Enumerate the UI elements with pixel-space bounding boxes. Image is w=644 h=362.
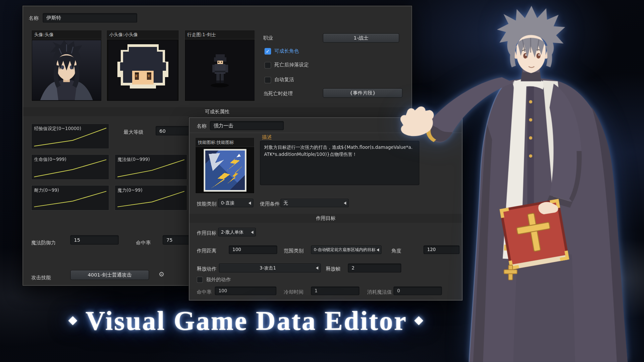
dropdown-arrow-icon: [344, 201, 346, 205]
release-frame-label: 释放帧: [326, 266, 340, 272]
skill-name-label: 名称: [197, 123, 207, 129]
skill-icon-art: [204, 149, 246, 191]
extra-action-checkbox-row[interactable]: 额外的动作: [197, 276, 231, 283]
hit-rate-label: 命中率: [136, 240, 151, 246]
use-condition-value: 无: [283, 200, 288, 206]
banner-diamond-right: ◆: [415, 314, 424, 326]
extra-action-checkbox[interactable]: [197, 277, 203, 283]
extra-action-checkbox-label: 额外的动作: [206, 276, 231, 283]
release-action-dropdown[interactable]: 3-攻击1: [219, 263, 321, 273]
use-condition-label: 使用条件: [260, 201, 280, 207]
stamina-curve-label: 耐力(0~99): [34, 187, 59, 193]
max-level-label: 最大等级: [124, 129, 144, 135]
hp-curve-box[interactable]: 生命值(0~999): [31, 154, 109, 180]
area-type-label: 范围类别: [284, 248, 304, 254]
target-dropdown[interactable]: 2-敌人单体: [218, 228, 256, 237]
skill-hit-rate-input[interactable]: 100: [215, 287, 276, 295]
dropdown-arrow-icon: [251, 231, 253, 234]
attack-skill-gear-icon[interactable]: ⚙: [159, 271, 165, 278]
skill-icon-panel[interactable]: 技能图标:技能图标: [195, 137, 255, 194]
death-drop-checkbox-row[interactable]: 死亡后掉落设定: [265, 62, 309, 69]
growth-section-header: 可成长属性: [23, 107, 412, 116]
chibi-pixel-art: [108, 40, 177, 101]
skill-category-dropdown[interactable]: 0-直接: [218, 199, 253, 207]
banner-diamond-left: ◆: [69, 314, 78, 326]
check-icon: ✓: [266, 48, 270, 54]
growable-checkbox-label: 可成长角色: [274, 48, 299, 55]
class-label: 职业: [263, 35, 273, 41]
face-portrait-panel[interactable]: 头像:头像: [31, 30, 102, 101]
dropdown-arrow-icon: [316, 266, 318, 270]
death-drop-checkbox-label: 死亡后掉落设定: [274, 62, 309, 69]
mp-curve-label: 魔法值(0~999): [117, 157, 150, 163]
walk-sprite-label: 行走图:1-剑士: [185, 31, 255, 40]
skill-icon-image: [196, 147, 254, 193]
distance-input[interactable]: 100: [229, 245, 277, 254]
target-label: 作用目标: [197, 230, 217, 236]
exp-curve-box[interactable]: 经验值设定(0~10000): [31, 124, 109, 149]
hp-curve-label: 生命值(0~999): [34, 157, 66, 163]
magic-curve-label: 魔力(0~99): [117, 187, 142, 193]
skill-category-label: 技能类别: [197, 201, 217, 207]
attack-skill-label: 攻击技能: [31, 275, 51, 281]
auto-revive-checkbox-label: 自动复活: [274, 76, 294, 83]
banner-title-text: Visual Game Data Editor: [86, 306, 407, 336]
use-condition-dropdown[interactable]: 无: [280, 199, 348, 207]
release-action-label: 释放动作: [197, 266, 217, 272]
magic-defense-input[interactable]: 15: [70, 235, 118, 245]
dropdown-arrow-icon: [249, 201, 251, 205]
target-value: 2-敌人单体: [221, 229, 244, 235]
growable-checkbox[interactable]: ✓: [265, 48, 271, 55]
walk-sprite-art: [185, 40, 254, 101]
skill-category-value: 0-直接: [221, 200, 234, 206]
magic-curve-box[interactable]: 魔力(0~99): [115, 185, 187, 210]
face-portrait-label: 头像:头像: [32, 31, 101, 40]
release-action-value: 3-攻击1: [260, 265, 276, 271]
walk-sprite-panel[interactable]: 行走图:1-剑士: [184, 30, 255, 101]
small-portrait-label: 小头像:小头像: [107, 31, 178, 40]
auto-revive-checkbox-row[interactable]: 自动复活: [265, 76, 294, 83]
mp-curve-box[interactable]: 魔法值(0~999): [115, 154, 187, 180]
face-portrait-art: [32, 40, 101, 101]
walk-sprite-image: [185, 40, 255, 101]
title-banner: ◆Visual Game Data Editor◆: [8, 305, 484, 337]
on-death-label: 当死亡时处理: [263, 91, 293, 97]
magic-defense-label: 魔法防御力: [31, 240, 56, 246]
cooldown-label: 冷却时间: [284, 289, 304, 295]
stamina-curve-box[interactable]: 耐力(0~99): [31, 185, 109, 210]
growable-checkbox-row[interactable]: ✓ 可成长角色: [265, 48, 299, 55]
exp-curve-label: 经验值设定(0~10000): [34, 126, 82, 132]
cooldown-input[interactable]: 1: [311, 287, 359, 295]
small-portrait-image: [107, 40, 178, 101]
small-portrait-panel[interactable]: 小头像:小头像: [106, 30, 179, 101]
skill-icon-label: 技能图标:技能图标: [196, 138, 254, 147]
skill-name-input[interactable]: 强力一击: [210, 121, 284, 130]
face-portrait-image: [32, 40, 101, 101]
skill-hit-rate-label: 命中率: [197, 289, 212, 295]
character-name-input[interactable]: 伊斯特: [43, 13, 137, 22]
screenshot-root: 名称 伊斯特 头像:头像: [0, 0, 644, 362]
distance-label: 作用距离: [197, 248, 217, 254]
description-label: 描述: [262, 134, 272, 140]
character-name-label: 名称: [29, 15, 39, 21]
attack-skill-button[interactable]: 4001-剑士普通攻击: [70, 270, 149, 280]
auto-revive-checkbox[interactable]: [265, 76, 271, 83]
death-drop-checkbox[interactable]: [265, 62, 271, 68]
